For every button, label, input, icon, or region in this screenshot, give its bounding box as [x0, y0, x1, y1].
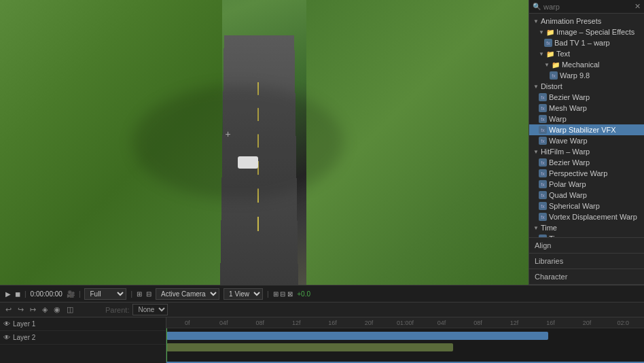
- ruler-mark: 02:0: [605, 319, 641, 326]
- effect-warp-9-8[interactable]: fx Warp 9.8: [529, 70, 644, 81]
- play-icon[interactable]: ▶: [5, 290, 11, 298]
- triangle-icon: ▼: [533, 84, 539, 90]
- ruler-mark: 08f: [460, 319, 496, 326]
- eye-icon[interactable]: 👁: [3, 334, 10, 341]
- parent-select[interactable]: None: [132, 304, 168, 315]
- effect-icon: fx: [539, 213, 547, 221]
- effect-mesh-warp[interactable]: fx Mesh Warp: [529, 103, 644, 114]
- bottom-tabs: Align Libraries Character: [529, 237, 644, 285]
- effect-bad-tv[interactable]: fx Bad TV 1 – warp: [529, 37, 644, 48]
- track-name: Layer 2: [13, 334, 35, 341]
- timecode-display: 0:00:00:00: [31, 290, 62, 298]
- warp-stabilizer-label: Warp Stabilizer VFX: [549, 126, 616, 134]
- close-icon[interactable]: ✕: [634, 2, 641, 11]
- bottom-bar: ▶ ◼ | 0:00:00:00 🎥 | Full Half Quarter |…: [0, 285, 644, 302]
- offset-value: +0.0: [297, 290, 310, 298]
- triangle-icon: ▼: [533, 149, 539, 155]
- audio-track-bar[interactable]: [166, 343, 453, 351]
- effect-icon: fx: [539, 202, 547, 210]
- effect-icon: fx: [539, 158, 547, 167]
- tab-align[interactable]: Align: [529, 238, 644, 254]
- category-text[interactable]: ▼ 📁 Text: [529, 48, 644, 59]
- effects-list: ▼ Animation Presets ▼ 📁 Image – Special …: [529, 14, 644, 237]
- layout-icons: ⊞ ⊟ ⊠: [273, 290, 293, 298]
- video-track-bar[interactable]: [166, 332, 548, 340]
- stop-icon[interactable]: ◼: [15, 290, 20, 298]
- shadow-overlay: [132, 86, 344, 200]
- image-special-label: Image – Special Effects: [556, 28, 634, 36]
- separator: Parent:: [105, 306, 129, 314]
- car: [238, 156, 258, 169]
- timeline-area: ↩ ↪ ↦ ◈ ◉ ◫ Parent: None 👁 Layer 1 👁 Lay…: [0, 302, 644, 363]
- separator: |: [267, 290, 269, 298]
- triangle-icon: ▼: [544, 62, 550, 68]
- camera-select[interactable]: Active Camera: [156, 288, 219, 300]
- solo-icon[interactable]: ◉: [52, 305, 62, 314]
- category-time[interactable]: ▼ Time: [529, 222, 644, 233]
- timeline-toolbar: ↩ ↪ ↦ ◈ ◉ ◫ Parent: None: [0, 302, 644, 317]
- tab-libraries[interactable]: Libraries: [529, 254, 644, 269]
- bezier-warp-label: Bezier Warp: [549, 93, 590, 101]
- view-select[interactable]: 1 View: [223, 288, 263, 300]
- effect-bezier-warp[interactable]: fx Bezier Warp: [529, 92, 644, 103]
- ruler-mark: 12f: [278, 319, 314, 326]
- effect-hitfilm-bezier[interactable]: fx Bezier Warp: [529, 157, 644, 168]
- search-input[interactable]: warp: [543, 3, 632, 11]
- effect-warp[interactable]: fx Warp: [529, 114, 644, 124]
- effect-icon: fx: [539, 180, 547, 188]
- grid2-icon[interactable]: ⊟: [146, 290, 151, 298]
- effect-quad-warp[interactable]: fx Quad Warp: [529, 190, 644, 201]
- distort-label: Distort: [541, 82, 562, 90]
- grid-icon[interactable]: ⊞: [137, 290, 142, 298]
- effect-perspective-warp[interactable]: fx Perspective Warp: [529, 168, 644, 179]
- playhead[interactable]: [166, 328, 167, 363]
- text-label: Text: [556, 50, 570, 58]
- undo-icon[interactable]: ↩: [4, 305, 13, 314]
- triangle-icon: ▼: [533, 225, 539, 231]
- tab-character[interactable]: Character: [529, 269, 644, 285]
- quality-select[interactable]: Full Half Quarter: [84, 288, 126, 300]
- ruler-mark: 16f: [533, 319, 569, 326]
- track-label-2: 👁 Layer 2: [0, 331, 166, 345]
- redo-icon[interactable]: ↪: [16, 305, 25, 314]
- crosshair-icon: [228, 131, 236, 139]
- effect-polar-warp[interactable]: fx Polar Warp: [529, 179, 644, 190]
- category-hitfilm[interactable]: ▼ HitFilm – Warp: [529, 146, 644, 157]
- effect-icon: fx: [539, 191, 547, 199]
- wave-warp-label: Wave Warp: [549, 137, 588, 145]
- effect-icon: fx: [539, 169, 547, 177]
- ruler-mark: 01:00f: [387, 319, 423, 326]
- effect-icon: fx: [539, 93, 547, 101]
- trim-icon[interactable]: ↦: [29, 305, 37, 314]
- effect-warp-stabilizer[interactable]: fx Warp Stabilizer VFX: [529, 124, 644, 135]
- eye-icon[interactable]: 👁: [3, 320, 10, 328]
- snap-icon[interactable]: ◈: [41, 305, 49, 314]
- collapse-icon[interactable]: ◫: [65, 305, 75, 314]
- effect-icon: fx: [544, 39, 552, 47]
- effect-spherical-warp[interactable]: fx Spherical Warp: [529, 201, 644, 211]
- search-icon: 🔍: [533, 3, 541, 10]
- folder-icon: 📁: [546, 29, 554, 36]
- track-name: Layer 1: [13, 320, 35, 328]
- triangle-icon: ▼: [539, 51, 544, 57]
- viewport: [0, 0, 529, 285]
- ruler-mark: 20f: [569, 319, 605, 326]
- category-image-special[interactable]: ▼ 📁 Image – Special Effects: [529, 27, 644, 37]
- track-label-1: 👁 Layer 1: [0, 317, 166, 331]
- bad-tv-label: Bad TV 1 – warp: [554, 39, 610, 47]
- effect-icon: fx: [550, 71, 558, 80]
- warp-9-8-label: Warp 9.8: [560, 71, 590, 80]
- polar-warp-label: Polar Warp: [549, 180, 586, 188]
- warp-label: Warp: [549, 115, 567, 123]
- animation-presets-label: Animation Presets: [541, 17, 601, 25]
- effect-wave-warp[interactable]: fx Wave Warp: [529, 135, 644, 146]
- ruler-mark: 04f: [423, 319, 459, 326]
- mechanical-label: Mechanical: [562, 60, 600, 69]
- spherical-warp-label: Spherical Warp: [549, 202, 600, 210]
- effect-icon: fx: [539, 115, 547, 123]
- category-distort[interactable]: ▼ Distort: [529, 81, 644, 92]
- category-mechanical[interactable]: ▼ 📁 Mechanical: [529, 59, 644, 70]
- viewport-background: [0, 0, 529, 285]
- effect-vortex[interactable]: fx Vortex Displacement Warp: [529, 211, 644, 222]
- category-animation-presets[interactable]: ▼ Animation Presets: [529, 16, 644, 27]
